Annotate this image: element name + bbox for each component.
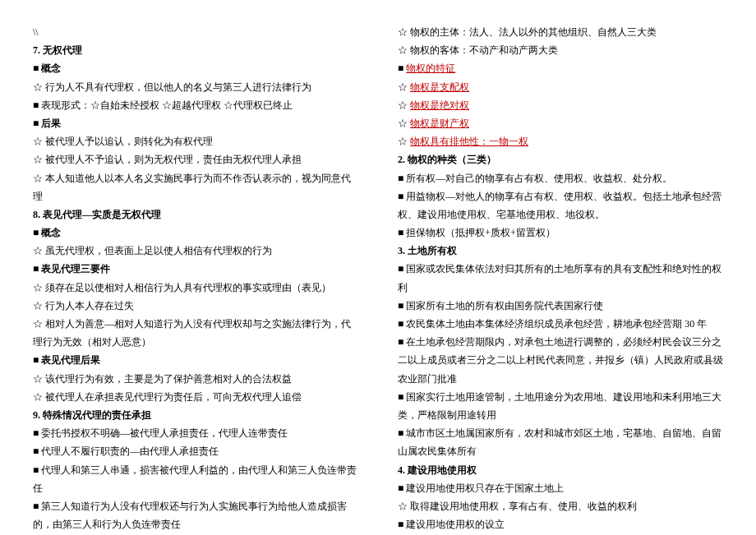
text-line: ■ 概念 [33,59,358,77]
text-line: 9. 特殊情况代理的责任承担 [33,406,358,424]
text-line: ■ 建设用地使用权的设立 [398,515,723,533]
text-line: \\ [33,23,358,41]
text-line: ■ 后果 [33,114,358,132]
text-line: ☆ 物权的主体：法人、法人以外的其他组织、自然人三大类 [398,23,723,41]
red-text: 物权具有排他性：一物一权 [410,136,528,147]
text-line: ☆ 物权是支配权 [398,78,723,96]
red-text: 物权是支配权 [410,81,469,93]
text-line: 3. 土地所有权 [398,242,723,260]
text-line: ☆ 被代理人在承担表见代理行为责任后，可向无权代理人追偿 [33,388,358,406]
text-line: ■ 国家所有土地的所有权由国务院代表国家行使 [398,297,723,315]
text-line: ☆ 行为人不具有代理权，但以他人的名义与第三人进行法律行为 [33,78,358,96]
text-line: ■ 物权的特征 [398,59,723,77]
bullet-prefix: ☆ [398,99,410,111]
text-line: ☆ 被代理人不予追认，则为无权代理，责任由无权代理人承担 [33,150,358,168]
text-line: ☆ 相对人为善意—相对人知道行为人没有代理权却与之实施法律行为，代理行为无效（相… [33,315,358,351]
text-line: ■ 表见代理三要件 [33,260,358,278]
text-line: ■ 国家实行土地用途管制，土地用途分为农用地、建设用地和未利用地三大类，严格限制… [398,388,723,424]
text-line: ■ 概念 [33,224,358,242]
text-line: ☆ 被代理人予以追认，则转化为有权代理 [33,132,358,150]
red-text: 物权的特征 [406,62,455,74]
text-line: ☆ 须存在足以使相对人相信行为人具有代理权的事实或理由（表见） [33,279,358,297]
text-line: ☆ 物权具有排他性：一物一权 [398,132,723,150]
red-text: 物权是绝对权 [410,99,469,111]
text-line: 2. 物权的种类（三类） [398,150,723,168]
text-line: ☆ 物权是财产权 [398,114,723,132]
text-line: ■ 用益物权—对他人的物享有占有权、使用权、收益权。包括土地承包经营权、建设用地… [398,187,723,224]
text-line: ■ 代理人和第三人串通，损害被代理人利益的，由代理人和第三人负连带责任 [33,461,358,497]
text-line: ■ 委托书授权不明确—被代理人承担责任，代理人连带责任 [33,424,358,442]
left-column: \\7. 无权代理■ 概念☆ 行为人不具有代理权，但以他人的名义与第三人进行法律… [33,23,358,535]
page-container: \\7. 无权代理■ 概念☆ 行为人不具有代理权，但以他人的名义与第三人进行法律… [33,23,723,535]
text-line: ■ 表现形式：☆自始未经授权 ☆超越代理权 ☆代理权已终止 [33,96,358,114]
text-line: ☆ 取得建设用地使用权，享有占有、使用、收益的权利 [398,497,723,515]
text-line: ■ 表见代理后果 [33,351,358,369]
text-line: ☆ 该代理行为有效，主要是为了保护善意相对人的合法权益 [33,370,358,388]
text-line: 4. 建设用地使用权 [398,461,723,479]
text-line: ■ 城市市区土地属国家所有，农村和城市郊区土地，宅基地、自留地、自留山属农民集体… [398,424,723,460]
bullet-prefix: ☆ [398,136,410,147]
bullet-prefix: ☆ [398,118,410,129]
text-line: ■ 所有权—对自己的物享有占有权、使用权、收益权、处分权。 [398,169,723,187]
text-line: ☆ 虽无代理权，但表面上足以使人相信有代理权的行为 [33,242,358,260]
text-line: ■ 代理人不履行职责的—由代理人承担责任 [33,442,358,460]
text-line: ■ 担保物权（抵押权+质权+留置权） [398,224,723,242]
red-text: 物权是财产权 [410,118,469,129]
text-line: 7. 无权代理 [33,41,358,59]
text-line: ☆ 行为人本人存在过失 [33,297,358,315]
bullet-prefix: ■ [398,62,406,74]
right-column: ☆ 物权的主体：法人、法人以外的其他组织、自然人三大类☆ 物权的客体：不动产和动… [398,23,723,535]
text-line: ■ 建设用地使用权只存在于国家土地上 [398,479,723,497]
text-line: 8. 表见代理—实质是无权代理 [33,205,358,224]
text-line: ■ 第三人知道行为人没有代理权还与行为人实施民事行为给他人造成损害的，由第三人和… [33,497,358,533]
bullet-prefix: ☆ [398,81,410,93]
text-line: ☆ 物权的客体：不动产和动产两大类 [398,41,723,59]
text-line: ■ 在土地承包经营期限内，对承包土地进行调整的，必须经村民会议三分之二以上成员或… [398,333,723,388]
text-line: ■ 农民集体土地由本集体经济组织成员承包经营，耕地承包经营期 30 年 [398,315,723,333]
text-line: ☆ 本人知道他人以本人名义实施民事行为而不作否认表示的，视为同意代理 [33,169,358,205]
text-line: ■ 国家或农民集体依法对归其所有的土地所享有的具有支配性和绝对性的权利 [398,260,723,296]
text-line: ☆ 物权是绝对权 [398,96,723,114]
